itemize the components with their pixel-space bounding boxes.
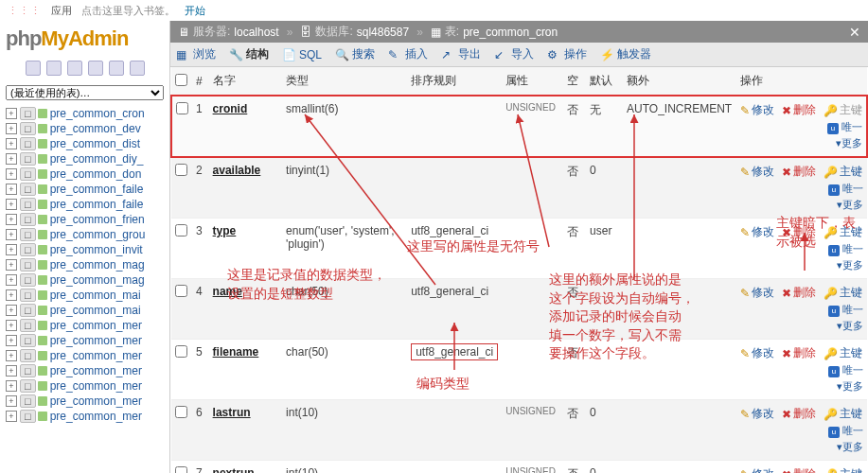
tree-item[interactable]: +□pre_common_mag xyxy=(6,272,164,288)
drop-link[interactable]: ✖删除 xyxy=(782,285,816,301)
expand-icon[interactable]: + xyxy=(6,229,17,240)
tab-导出[interactable]: ↗导出 xyxy=(441,46,481,62)
unique-link[interactable]: u 唯一 xyxy=(827,120,862,134)
row-checkbox[interactable] xyxy=(176,102,188,114)
field-name[interactable]: lastrun xyxy=(213,406,251,419)
tab-搜索[interactable]: 🔍搜索 xyxy=(335,46,375,62)
drop-link[interactable]: ✖删除 xyxy=(782,164,816,180)
crumb-db[interactable]: sql486587 xyxy=(357,26,409,39)
tab-导入[interactable]: ↙导入 xyxy=(494,46,534,62)
row-checkbox[interactable] xyxy=(175,466,187,473)
drop-link[interactable]: ✖删除 xyxy=(782,466,816,473)
tree-item[interactable]: +□pre_common_don xyxy=(6,166,164,182)
field-name[interactable]: type xyxy=(213,224,237,237)
row-checkbox[interactable] xyxy=(175,224,187,236)
edit-link[interactable]: ✎修改 xyxy=(740,406,774,422)
drop-link[interactable]: ✖删除 xyxy=(782,345,816,361)
more-link[interactable]: ▾更多 xyxy=(836,136,862,150)
reload-icon[interactable] xyxy=(130,61,145,76)
unique-link[interactable]: u 唯一 xyxy=(828,242,863,256)
field-name[interactable]: name xyxy=(213,285,242,298)
edit-link[interactable]: ✎修改 xyxy=(740,285,774,301)
drop-link[interactable]: ✖删除 xyxy=(782,406,816,422)
primary-key-link[interactable]: 🔑主键 xyxy=(824,285,862,301)
expand-icon[interactable]: + xyxy=(6,259,17,271)
tree-item[interactable]: +□pre_common_dist xyxy=(6,136,164,151)
field-name[interactable]: nextrun xyxy=(213,466,255,473)
settings-icon[interactable] xyxy=(109,61,124,76)
tree-item[interactable]: +□pre_common_faile xyxy=(6,182,164,197)
tree-item[interactable]: +□pre_common_mai xyxy=(6,288,164,303)
more-link[interactable]: ▾更多 xyxy=(837,319,863,333)
tree-item[interactable]: +□pre_common_dev xyxy=(6,121,164,136)
panel-close-icon[interactable]: ✕ xyxy=(849,25,860,40)
edit-link[interactable]: ✎修改 xyxy=(740,224,774,240)
tab-插入[interactable]: ✎插入 xyxy=(388,46,428,62)
more-link[interactable]: ▾更多 xyxy=(837,440,863,454)
unique-link[interactable]: u 唯一 xyxy=(828,363,863,377)
expand-icon[interactable]: + xyxy=(6,244,17,255)
tree-item[interactable]: +□pre_common_mer xyxy=(6,318,164,333)
crumb-server[interactable]: localhost xyxy=(234,26,278,39)
unique-link[interactable]: u 唯一 xyxy=(828,182,863,196)
tree-item[interactable]: +□pre_common_mer xyxy=(6,363,164,378)
expand-icon[interactable]: + xyxy=(6,350,17,361)
tree-item[interactable]: +□pre_common_faile xyxy=(6,197,164,212)
expand-icon[interactable]: + xyxy=(6,168,17,180)
expand-icon[interactable]: + xyxy=(6,305,17,316)
primary-key-link[interactable]: 🔑主键 xyxy=(824,466,862,473)
more-link[interactable]: ▾更多 xyxy=(837,258,863,272)
expand-icon[interactable]: + xyxy=(6,138,17,149)
expand-icon[interactable]: + xyxy=(6,153,17,165)
expand-icon[interactable]: + xyxy=(6,335,17,346)
edit-link[interactable]: ✎修改 xyxy=(740,164,774,180)
edit-link[interactable]: ✎修改 xyxy=(740,466,774,473)
expand-icon[interactable]: + xyxy=(6,199,17,210)
expand-icon[interactable]: + xyxy=(6,395,17,407)
docs-icon[interactable] xyxy=(88,61,103,76)
row-checkbox[interactable] xyxy=(175,345,187,358)
primary-key-link[interactable]: 🔑主键 xyxy=(824,224,862,240)
tree-item[interactable]: +□pre_common_mer xyxy=(6,378,164,394)
tree-item[interactable]: +□pre_common_frien xyxy=(6,212,164,227)
home-icon[interactable] xyxy=(26,61,41,76)
row-checkbox[interactable] xyxy=(175,164,187,176)
tree-item[interactable]: +□pre_common_grou xyxy=(6,227,164,242)
expand-icon[interactable]: + xyxy=(6,365,17,377)
edit-link[interactable]: ✎修改 xyxy=(740,345,774,361)
expand-icon[interactable]: + xyxy=(6,184,17,195)
edit-link[interactable]: ✎修改 xyxy=(740,102,774,118)
tab-结构[interactable]: 🔧结构 xyxy=(229,46,269,62)
primary-key-link[interactable]: 🔑主键 xyxy=(824,345,862,361)
tab-浏览[interactable]: ▦浏览 xyxy=(176,46,216,62)
tree-item[interactable]: +□pre_common_mer xyxy=(6,333,164,348)
unique-link[interactable]: u 唯一 xyxy=(828,424,863,438)
field-name[interactable]: filename xyxy=(213,345,259,359)
expand-icon[interactable]: + xyxy=(6,123,17,134)
expand-icon[interactable]: + xyxy=(6,274,17,286)
start-link[interactable]: 开始 xyxy=(185,4,205,18)
field-name[interactable]: cronid xyxy=(213,102,248,115)
more-link[interactable]: ▾更多 xyxy=(837,379,863,394)
tree-item[interactable]: +□pre_common_mai xyxy=(6,303,164,318)
tree-item[interactable]: +□pre_common_mer xyxy=(6,394,164,409)
unique-link[interactable]: u 唯一 xyxy=(828,303,863,317)
expand-icon[interactable]: + xyxy=(6,214,17,225)
tree-item[interactable]: +□pre_common_mer xyxy=(6,348,164,363)
tree-item[interactable]: +□pre_common_cron xyxy=(6,106,164,121)
expand-icon[interactable]: + xyxy=(6,108,17,119)
tree-item[interactable]: +□pre_common_invit xyxy=(6,242,164,257)
primary-key-link[interactable]: 🔑主键 xyxy=(824,406,862,422)
expand-icon[interactable]: + xyxy=(6,380,17,392)
row-checkbox[interactable] xyxy=(175,406,187,418)
tab-触发器[interactable]: ⚡触发器 xyxy=(600,46,651,62)
expand-icon[interactable]: + xyxy=(6,289,17,301)
tree-item[interactable]: +□pre_common_mag xyxy=(6,257,164,272)
sql-icon[interactable] xyxy=(67,61,82,76)
expand-icon[interactable]: + xyxy=(6,411,17,422)
drop-link[interactable]: ✖删除 xyxy=(782,102,816,118)
recent-tables-select[interactable]: (最近使用的表)… xyxy=(6,85,164,100)
drop-link[interactable]: ✖删除 xyxy=(782,224,816,240)
tab-操作[interactable]: ⚙操作 xyxy=(547,46,587,62)
crumb-table[interactable]: pre_common_cron xyxy=(463,26,558,39)
